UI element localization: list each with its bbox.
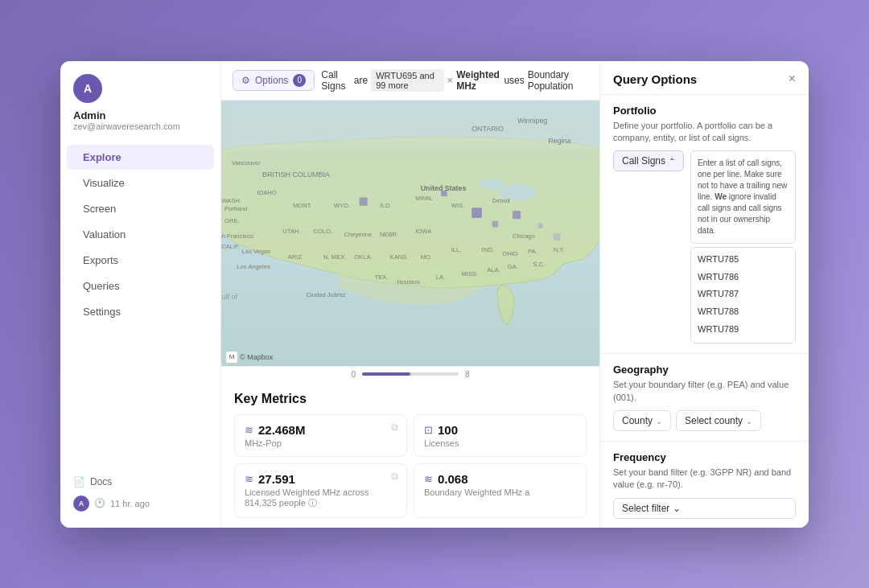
metric-label-licenses: Licenses	[424, 438, 576, 448]
metric-card-boundary-mhz: ≋ 0.068 Boundary Weighted MHz a	[414, 463, 587, 518]
svg-text:San Francisco: San Francisco	[221, 232, 253, 240]
list-item: WRTU790	[691, 338, 795, 343]
chevron-down-icon-3: ⌄	[673, 503, 681, 514]
docs-icon: 📄	[73, 476, 85, 487]
filter-entity: Call Signs	[321, 69, 351, 92]
svg-text:ORE.: ORE.	[224, 217, 240, 224]
svg-text:WYO.: WYO.	[334, 202, 350, 209]
metric-value-boundary-mhz: 0.068	[438, 472, 468, 486]
chevron-up-icon: ⌃	[669, 157, 675, 166]
metric-header-1: ≋ 22.468M	[245, 423, 397, 437]
close-button[interactable]: ×	[789, 72, 796, 85]
docs-link[interactable]: 📄 Docs	[73, 471, 208, 492]
options-button[interactable]: ⚙ Options 0	[233, 70, 315, 91]
svg-rect-4	[360, 197, 368, 205]
svg-rect-8	[513, 211, 521, 219]
info-icon[interactable]: ⓘ	[308, 498, 317, 508]
svg-text:N. MEX.: N. MEX.	[323, 253, 346, 260]
metric-icon-3: ≋	[245, 473, 253, 485]
call-signs-items: WRTU785 WRTU786 WRTU787 WRTU788 WRTU789 …	[691, 248, 795, 343]
metrics-section: Key Metrics ≋ 22.468M MHz-Pop ⧉ ⊡ 100 Li…	[221, 382, 599, 528]
list-item: WRTU789	[691, 321, 795, 339]
call-signs-list[interactable]: WRTU785 WRTU786 WRTU787 WRTU788 WRTU789 …	[690, 247, 796, 343]
geography-title: Geography	[613, 364, 796, 376]
query-panel: Query Options × Portfolio Define your po…	[599, 61, 809, 528]
metric-icon-2: ⊡	[424, 424, 433, 436]
frequency-select-button[interactable]: Select filter ⌄	[613, 498, 796, 519]
geography-desc: Set your boundary filter (e.g. PEA) and …	[613, 379, 796, 404]
filter-value-tag: WRTU695 and 99 more	[371, 69, 443, 92]
svg-text:WASH.: WASH.	[221, 196, 241, 204]
sidebar-item-explore[interactable]: Explore	[67, 145, 214, 170]
frequency-desc: Set your band filter (e.g. 3GPP NR) and …	[613, 467, 796, 491]
mapbox-text: © Mapbox	[240, 353, 273, 361]
slider-track[interactable]	[362, 372, 459, 376]
svg-point-2	[480, 179, 504, 189]
filter-close-icon[interactable]: ×	[447, 74, 454, 86]
svg-text:Gulf of: Gulf of	[221, 293, 238, 301]
list-item: WRTU787	[691, 286, 795, 303]
top-bar: ⚙ Options 0 Call Signs are WRTU695 and 9…	[221, 61, 599, 101]
options-icon: ⚙	[241, 75, 250, 86]
frequency-title: Frequency	[613, 451, 796, 463]
docs-label: Docs	[90, 476, 112, 487]
sidebar-item-exports[interactable]: Exports	[67, 248, 214, 273]
svg-text:ALA.: ALA.	[487, 266, 500, 273]
svg-rect-7	[492, 220, 499, 227]
svg-text:GA.: GA.	[508, 263, 518, 270]
metric-value-licenses: 100	[438, 423, 458, 437]
svg-text:MONT.: MONT.	[293, 202, 312, 209]
svg-text:CALIF.: CALIF.	[221, 243, 240, 250]
svg-text:IOWA: IOWA	[415, 228, 432, 235]
mapbox-logo: M	[226, 352, 237, 363]
svg-text:KANS.: KANS.	[390, 253, 409, 260]
geography-section: Geography Set your boundary filter (e.g.…	[600, 354, 809, 442]
metrics-grid: ≋ 22.468M MHz-Pop ⧉ ⊡ 100 Licenses ≋	[234, 414, 587, 518]
metric-icon-4: ≋	[424, 473, 433, 485]
svg-text:WIS.: WIS.	[451, 202, 465, 209]
svg-text:S.C.: S.C.	[533, 260, 545, 267]
sidebar-item-screen[interactable]: Screen	[67, 196, 214, 221]
svg-text:N.Y.: N.Y.	[554, 245, 565, 253]
frequency-label: Select filter	[622, 503, 669, 514]
metric-header-4: ≋ 0.068	[424, 472, 576, 486]
filter-target: Boundary Population	[528, 69, 588, 92]
sidebar-item-settings[interactable]: Settings	[67, 299, 214, 324]
svg-text:Cheyenne: Cheyenne	[344, 230, 373, 237]
svg-text:MO.: MO.	[421, 253, 432, 260]
filter-uses: uses	[504, 75, 524, 86]
map-container[interactable]: BRITISH COLUMBIA ONTARIO Winnipeg Regina…	[221, 101, 599, 366]
metric-card-mhz-pop: ≋ 22.468M MHz-Pop ⧉	[234, 414, 407, 457]
svg-text:IDAHO: IDAHO	[257, 188, 277, 195]
county-select-button[interactable]: Select county ⌄	[676, 410, 761, 431]
svg-text:TEX.: TEX.	[375, 273, 389, 281]
portfolio-label-button[interactable]: Call Signs ⌃	[613, 150, 684, 171]
svg-rect-9	[538, 223, 543, 228]
county-label: Select county	[685, 415, 743, 426]
portfolio-desc: Define your portfolio. A portfolio can b…	[613, 120, 796, 145]
sidebar-item-visualize[interactable]: Visualize	[67, 171, 214, 195]
svg-rect-10	[554, 233, 561, 241]
svg-text:MISS.: MISS.	[461, 270, 478, 278]
metric-label-boundary-mhz: Boundary Weighted MHz a	[424, 487, 576, 497]
main-nav: Explore Visualize Screen Valuation Expor…	[60, 144, 220, 325]
panel-header: Query Options ×	[600, 61, 809, 95]
svg-text:Chicago: Chicago	[513, 232, 535, 240]
app-container: A Admin zev@airwaveresearch.com Explore …	[60, 61, 809, 528]
metric-value-licensed-mhz: 27.591	[258, 472, 295, 486]
sidebar-item-valuation[interactable]: Valuation	[67, 222, 214, 247]
svg-text:Los Angeles: Los Angeles	[237, 263, 270, 270]
sidebar-item-queries[interactable]: Queries	[67, 273, 214, 298]
boundary-select-button[interactable]: County ⌄	[613, 410, 671, 431]
svg-text:ONTARIO: ONTARIO	[472, 125, 504, 133]
svg-text:S.D.: S.D.	[380, 202, 392, 209]
activity-time: 11 hr. ago	[110, 499, 150, 508]
copy-icon-1[interactable]: ⧉	[391, 421, 398, 433]
slider-fill	[362, 372, 410, 376]
metric-card-licenses: ⊡ 100 Licenses	[414, 414, 587, 457]
metric-card-licensed-mhz: ≋ 27.591 Licensed Weighted MHz across 81…	[234, 463, 407, 518]
copy-icon-3[interactable]: ⧉	[391, 471, 398, 482]
chevron-down-icon-2: ⌄	[746, 417, 752, 426]
slider-row: 0 8	[221, 366, 599, 382]
activity-avatar: A	[73, 495, 89, 512]
